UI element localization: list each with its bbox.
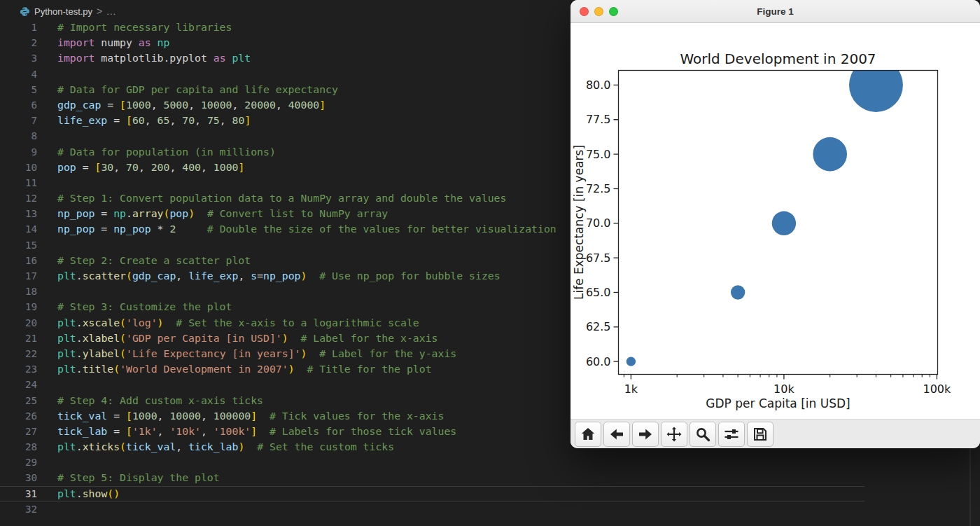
line-number: 2 (0, 35, 37, 50)
scatter-bubble (813, 137, 847, 172)
line-number: 15 (0, 237, 37, 253)
line-number: 11 (0, 175, 37, 191)
code-text: plt.title('World Development in 2007') #… (57, 363, 432, 375)
line-number: 9 (0, 144, 37, 160)
code-text: # Data for population (in millions) (57, 146, 276, 158)
code-text: # Step 3: Customize the plot (57, 300, 232, 312)
line-number: 19 (0, 299, 37, 314)
y-tick-label: 70.0 (586, 216, 611, 230)
code-text: plt.xscale('log') # Set the x-axis to a … (57, 317, 419, 328)
breadcrumb-collapsed[interactable]: ... (106, 6, 116, 17)
code-text: plt.scatter(gdp_cap, life_exp, s=np_pop)… (57, 270, 500, 282)
magnifier-icon (694, 426, 711, 443)
code-text: gdp_cap = [1000, 5000, 10000, 20000, 400… (57, 99, 326, 111)
line-number: 10 (0, 160, 37, 175)
code-text: pop = [30, 70, 200, 400, 1000] (57, 161, 244, 173)
y-tick-label: 80.0 (586, 78, 611, 92)
y-tick-label: 67.5 (586, 251, 611, 265)
line-number: 22 (0, 346, 37, 361)
y-tick-label: 65.0 (586, 286, 611, 299)
scatter-bubble (772, 212, 796, 235)
code-text: # Step 1: Convert population data to a N… (57, 192, 506, 204)
configure-subplots-button[interactable] (718, 422, 745, 447)
close-button[interactable] (580, 7, 589, 16)
x-axis-label: GDP per Capita [in USD] (706, 396, 850, 410)
scrollbar-track[interactable] (969, 448, 971, 526)
y-tick-label: 72.5 (586, 182, 611, 195)
line-number: 8 (0, 128, 37, 144)
code-text: plt.xlabel('GDP per Capita [in USD]') # … (57, 332, 438, 344)
forward-button[interactable] (632, 422, 659, 447)
screen: Python-test.py > ... 1# Import necessary… (0, 0, 980, 526)
window-title: Figure 1 (757, 6, 794, 17)
code-line: 30# Step 5: Display the plot (0, 470, 980, 485)
code-text: tick_lab = ['1k', '10k', '100k'] # Label… (57, 425, 456, 437)
y-axis-label: Life Expectancy [in years] (572, 145, 586, 300)
home-button[interactable] (575, 422, 601, 447)
code-text: # Import necessary libraries (57, 21, 232, 33)
scatter-bubble (731, 285, 745, 299)
line-number: 24 (0, 377, 37, 392)
line-number: 14 (0, 221, 37, 237)
breadcrumb-file[interactable]: Python-test.py (34, 6, 92, 17)
code-text: import matplotlib.pyplot as plt (57, 52, 251, 64)
zoom-button[interactable] (690, 422, 716, 447)
breadcrumb-separator: > (97, 6, 102, 17)
y-tick-label: 60.0 (586, 355, 611, 368)
figure-canvas[interactable]: 1k10k100k60.062.565.067.570.072.575.077.… (570, 23, 980, 419)
line-number: 30 (0, 470, 37, 485)
line-number: 1 (0, 20, 37, 35)
y-tick-label: 75.0 (586, 148, 611, 161)
sliders-icon (723, 426, 740, 443)
line-number: 4 (0, 67, 37, 82)
figure-toolbar (570, 419, 980, 448)
line-number: 18 (0, 284, 37, 299)
code-line: 32 (0, 501, 980, 517)
forward-arrow-icon (637, 426, 654, 443)
code-text: np_pop = np_pop * 2 # Double the size of… (57, 223, 556, 235)
line-number: 29 (0, 455, 37, 470)
minimize-button[interactable] (594, 7, 603, 16)
line-number: 16 (0, 253, 37, 268)
code-text: # Data for GDP per capita and life expec… (57, 83, 338, 95)
back-arrow-icon (608, 426, 625, 443)
code-line: 31plt.show() (0, 486, 980, 501)
scatter-plot: 1k10k100k60.062.565.067.570.072.575.077.… (570, 23, 980, 419)
back-button[interactable] (603, 422, 630, 447)
code-text: plt.xticks(tick_val, tick_lab) # Set the… (57, 441, 394, 452)
line-number: 3 (0, 50, 37, 66)
code-text: # Step 5: Display the plot (57, 471, 220, 483)
line-number: 21 (0, 331, 37, 346)
code-text: plt.show() (57, 487, 120, 499)
code-text: tick_val = [1000, 10000, 100000] # Tick … (57, 410, 444, 422)
zoom-window-button[interactable] (609, 7, 618, 16)
x-tick-label: 10k (774, 382, 794, 396)
breadcrumb[interactable]: Python-test.py > ... (20, 3, 116, 20)
line-number: 17 (0, 268, 37, 284)
chart-title: World Development in 2007 (680, 50, 876, 67)
line-number: 12 (0, 191, 37, 206)
y-tick-label: 62.5 (586, 320, 611, 333)
python-file-icon (20, 6, 30, 17)
code-line: 29 (0, 455, 980, 470)
scatter-bubble (626, 357, 636, 366)
x-tick-label: 100k (923, 382, 952, 396)
pan-button[interactable] (661, 422, 687, 447)
code-text: life_exp = [60, 65, 70, 75, 80] (57, 114, 251, 126)
line-number: 23 (0, 361, 37, 377)
code-text: np_pop = np.array(pop) # Convert list to… (57, 207, 388, 219)
code-text: # Step 4: Add custom x-axis ticks (57, 394, 263, 406)
line-number: 5 (0, 82, 37, 97)
save-button[interactable] (747, 422, 774, 447)
code-text: # Step 2: Create a scatter plot (57, 254, 251, 266)
line-number: 31 (0, 486, 37, 501)
save-floppy-icon (752, 426, 769, 443)
line-number: 27 (0, 424, 37, 439)
line-number: 20 (0, 315, 37, 331)
line-number: 6 (0, 97, 37, 113)
line-number: 13 (0, 206, 37, 221)
window-titlebar[interactable]: Figure 1 (570, 0, 980, 23)
y-tick-label: 77.5 (586, 113, 611, 126)
line-number: 28 (0, 439, 37, 455)
x-tick-label: 1k (624, 382, 638, 396)
